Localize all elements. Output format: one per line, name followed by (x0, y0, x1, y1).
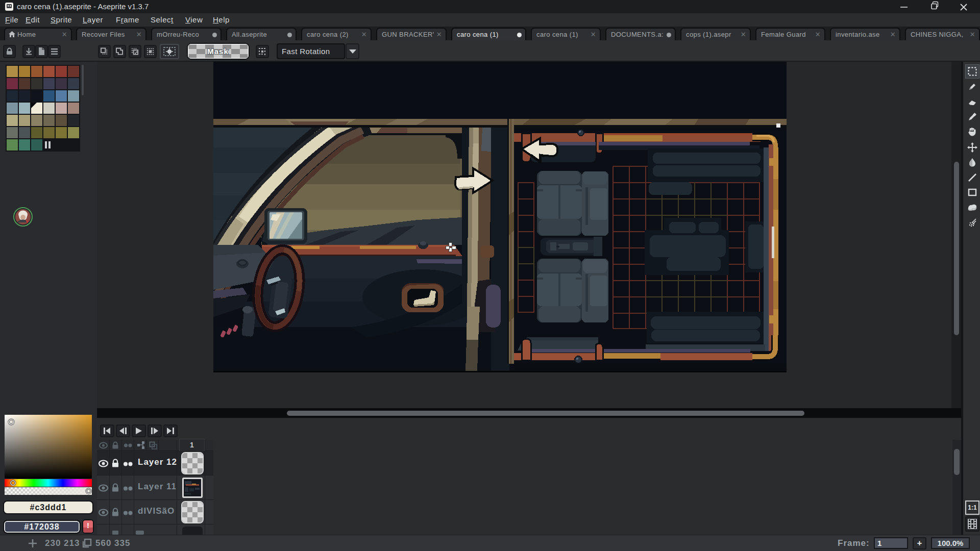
svg-text:Mask: Mask (207, 47, 229, 56)
